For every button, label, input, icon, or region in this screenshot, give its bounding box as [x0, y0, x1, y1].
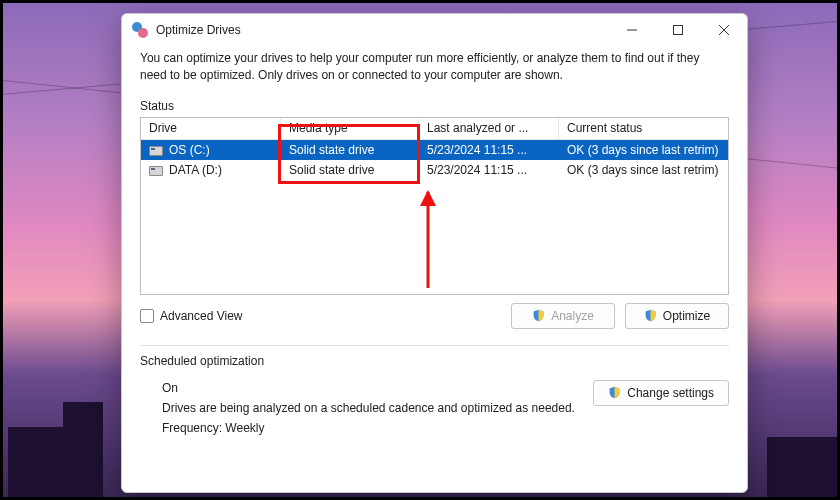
- app-icon: [132, 22, 148, 38]
- separator: [140, 345, 729, 346]
- analyze-label: Analyze: [551, 309, 594, 323]
- scheduled-freq: Frequency: Weekly: [162, 420, 575, 436]
- maximize-button[interactable]: [655, 14, 701, 46]
- svg-rect-1: [674, 26, 683, 35]
- optimize-label: Optimize: [663, 309, 710, 323]
- cell-status: OK (3 days since last retrim): [559, 143, 728, 157]
- shield-icon: [608, 386, 621, 399]
- advanced-view-checkbox[interactable]: [140, 309, 154, 323]
- cell-last: 5/23/2024 11:15 ...: [419, 143, 559, 157]
- table-header[interactable]: Drive Media type Last analyzed or ... Cu…: [141, 118, 728, 140]
- cell-media: Solid state drive: [281, 163, 419, 177]
- window-title: Optimize Drives: [156, 23, 241, 37]
- cell-drive: OS (C:): [169, 143, 210, 157]
- drive-icon: [149, 166, 163, 176]
- table-row[interactable]: OS (C:) Solid state drive 5/23/2024 11:1…: [141, 140, 728, 160]
- change-settings-label: Change settings: [627, 386, 714, 400]
- col-last[interactable]: Last analyzed or ...: [419, 118, 559, 139]
- optimize-drives-window: Optimize Drives You can optimize your dr…: [121, 13, 748, 493]
- intro-text: You can optimize your drives to help you…: [140, 50, 729, 85]
- change-settings-button[interactable]: Change settings: [593, 380, 729, 406]
- col-status[interactable]: Current status: [559, 118, 728, 139]
- col-media[interactable]: Media type: [281, 118, 419, 139]
- advanced-view-label[interactable]: Advanced View: [160, 309, 243, 323]
- cell-drive: DATA (D:): [169, 163, 222, 177]
- scheduled-desc: Drives are being analyzed on a scheduled…: [162, 400, 575, 416]
- drives-list[interactable]: Drive Media type Last analyzed or ... Cu…: [140, 117, 729, 295]
- analyze-button[interactable]: Analyze: [511, 303, 615, 329]
- scheduled-state: On: [162, 380, 575, 396]
- col-drive[interactable]: Drive: [141, 118, 281, 139]
- close-button[interactable]: [701, 14, 747, 46]
- status-label: Status: [140, 99, 729, 113]
- table-row[interactable]: DATA (D:) Solid state drive 5/23/2024 11…: [141, 160, 728, 180]
- drive-icon: [149, 146, 163, 156]
- cell-last: 5/23/2024 11:15 ...: [419, 163, 559, 177]
- cell-status: OK (3 days since last retrim): [559, 163, 728, 177]
- scheduled-label: Scheduled optimization: [140, 354, 729, 368]
- cell-media: Solid state drive: [281, 143, 419, 157]
- minimize-button[interactable]: [609, 14, 655, 46]
- shield-icon: [532, 309, 545, 322]
- shield-icon: [644, 309, 657, 322]
- optimize-button[interactable]: Optimize: [625, 303, 729, 329]
- titlebar[interactable]: Optimize Drives: [122, 14, 747, 46]
